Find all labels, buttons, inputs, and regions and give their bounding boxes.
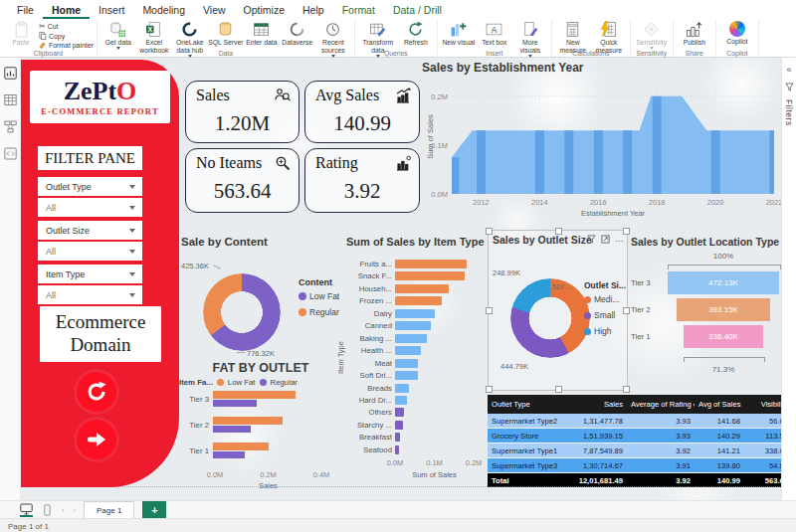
- area-data-band[interactable]: [535, 130, 544, 194]
- prev-page-arrow[interactable]: ‹: [62, 501, 65, 519]
- bar-tier-3-regular[interactable]: [213, 400, 257, 408]
- area-data-band[interactable]: [623, 130, 632, 194]
- focus-mode-icon[interactable]: [601, 235, 610, 244]
- kpi-card-no-items[interactable]: No Iteams 563.64: [185, 148, 299, 213]
- bar-seafood[interactable]: [395, 445, 399, 454]
- chart-sales-by-outlet-size[interactable]: Sales by Outlet Size … 248.99K 507... 44…: [488, 230, 628, 391]
- legend-item[interactable]: Small: [584, 310, 626, 320]
- outlet-type-dropdown[interactable]: All: [38, 198, 142, 217]
- model-view-icon[interactable]: [4, 120, 17, 133]
- bar-tier-1-regular[interactable]: [213, 451, 245, 459]
- bar-tier-1-low-fat[interactable]: [213, 443, 269, 450]
- table-row[interactable]: Supermarket Type17,87,549.893.92141.2133…: [488, 443, 792, 458]
- more-options-icon[interactable]: …: [615, 234, 624, 244]
- bar-breakfast[interactable]: [395, 433, 400, 442]
- filter-icon[interactable]: [587, 235, 596, 244]
- dax-query-view-icon[interactable]: [4, 147, 17, 160]
- bar-health-[interactable]: [395, 346, 421, 355]
- add-page-button[interactable]: +: [142, 501, 166, 519]
- table-row[interactable]: Supermarket Type21,31,477.783.93141.6856…: [488, 414, 792, 429]
- selection-handle[interactable]: [623, 228, 630, 235]
- table-outlet-summary[interactable]: Outlet TypeSalesAverage of Rating▼Avg of…: [488, 395, 792, 488]
- cut-button[interactable]: ✂Cut: [39, 22, 94, 32]
- area-data-band[interactable]: [594, 130, 603, 194]
- legend-item[interactable]: High: [584, 326, 626, 336]
- next-page-button[interactable]: [77, 420, 116, 459]
- next-page-arrow[interactable]: ›: [73, 501, 76, 519]
- bar-soft-dri-[interactable]: [395, 371, 418, 380]
- area-data-band[interactable]: [564, 130, 573, 194]
- copy-button[interactable]: Copy: [39, 32, 94, 42]
- outlet-size-dropdown-label[interactable]: Outlet Size: [38, 221, 142, 240]
- funnel-bar-tier-1[interactable]: 336.40K: [684, 325, 763, 348]
- data-view-icon[interactable]: [4, 93, 17, 106]
- menu-tab-help[interactable]: Help: [294, 2, 333, 19]
- kpi-card-sales[interactable]: Sales 1.20M: [185, 81, 299, 143]
- bar-fruits-a-[interactable]: [395, 260, 467, 268]
- funnel-bar-tier-2[interactable]: 393.15K: [677, 298, 769, 321]
- menu-tab-modeling[interactable]: Modeling: [133, 2, 194, 19]
- sql-server-button[interactable]: SQL Server: [208, 20, 244, 47]
- bar-breads[interactable]: [395, 384, 409, 393]
- menu-tab-data-drill[interactable]: Data / Drill: [384, 2, 451, 19]
- sensitivity-button[interactable]: Sensitivity: [634, 20, 670, 50]
- chart-sale-by-content[interactable]: Sale by Content 425.36K 776.32K Content …: [181, 236, 344, 361]
- chart-sales-by-outlet-location-type[interactable]: Sales by Outlet Location Type 100% Tier …: [631, 236, 792, 387]
- column-header[interactable]: Sales: [563, 395, 627, 414]
- selection-handle[interactable]: [623, 307, 630, 314]
- donut-sale-by-content[interactable]: [203, 273, 281, 351]
- bar-others[interactable]: [395, 408, 404, 417]
- selection-handle[interactable]: [623, 386, 630, 393]
- reset-filters-button[interactable]: [77, 372, 116, 412]
- mobile-view-toggle[interactable]: [41, 504, 54, 516]
- filters-pane-collapsed[interactable]: « Filters: [781, 57, 796, 500]
- paste-button[interactable]: Paste: [3, 20, 39, 47]
- selection-handle[interactable]: [486, 307, 493, 314]
- new-visual-button[interactable]: New visual: [441, 20, 477, 47]
- outlet-size-dropdown[interactable]: All: [38, 242, 142, 261]
- area-plot[interactable]: [452, 87, 774, 194]
- bar-dairy[interactable]: [395, 309, 435, 318]
- item-type-dropdown-label[interactable]: Item Type: [38, 265, 142, 283]
- menu-tab-format[interactable]: Format: [333, 2, 384, 19]
- bar-frozen-[interactable]: [395, 296, 442, 305]
- column-header[interactable]: Outlet Type: [488, 395, 563, 414]
- menu-tab-home[interactable]: Home: [43, 2, 90, 19]
- report-view-icon[interactable]: [4, 67, 17, 80]
- item-type-dropdown[interactable]: All: [38, 285, 142, 304]
- area-data-band[interactable]: [770, 130, 775, 194]
- bar-snack-f-[interactable]: [395, 271, 465, 280]
- kpi-card-rating[interactable]: Rating 3.92: [304, 148, 420, 213]
- donut-sales-by-outlet-size[interactable]: [510, 278, 590, 358]
- selection-handle[interactable]: [486, 386, 493, 393]
- desktop-view-toggle[interactable]: [20, 503, 33, 517]
- bar-tier-3-low-fat[interactable]: [213, 391, 296, 399]
- expand-pane-icon[interactable]: «: [786, 65, 791, 75]
- selection-handle[interactable]: [555, 228, 562, 235]
- enter-data-button[interactable]: Enter data: [244, 20, 280, 47]
- funnel-bar-tier-3[interactable]: 472.13K: [668, 271, 779, 294]
- kpi-card-avg-sales[interactable]: Avg Sales 140.99: [304, 81, 420, 143]
- area-data-band[interactable]: [452, 157, 459, 194]
- area-series[interactable]: [452, 96, 774, 194]
- dataverse-button[interactable]: Dataverse: [280, 20, 315, 47]
- refresh-button[interactable]: Refresh: [398, 20, 434, 47]
- chart-sales-by-establishment-year[interactable]: Sales by Establishment Year Sum of Sales…: [422, 61, 784, 236]
- area-data-band[interactable]: [477, 130, 486, 194]
- menu-tab-view[interactable]: View: [194, 2, 235, 19]
- copilot-button[interactable]: Copilot: [719, 20, 755, 46]
- bar-baking-[interactable]: [395, 334, 427, 343]
- bar-starchy-[interactable]: [395, 421, 403, 430]
- selection-handle[interactable]: [555, 386, 562, 393]
- bar-tier-2-low-fat[interactable]: [213, 417, 283, 425]
- legend-item[interactable]: Medi...: [584, 294, 626, 304]
- chart-fat-by-outlet[interactable]: FAT BY OUTLET Item Fa... Low Fat Regular…: [179, 361, 342, 488]
- selection-handle[interactable]: [486, 228, 493, 235]
- bar-tier-2-regular[interactable]: [213, 426, 251, 434]
- publish-button[interactable]: Publish: [677, 20, 712, 47]
- menu-tab-optimize[interactable]: Optimize: [235, 2, 294, 19]
- bar-canned[interactable]: [395, 321, 431, 330]
- chart-sum-of-sales-by-item-type[interactable]: Sum of Sales by Item Type Fruits a...Sna…: [346, 236, 486, 492]
- outlet-type-dropdown-label[interactable]: Outlet Type: [38, 177, 142, 196]
- text-box-button[interactable]: A Text box: [477, 20, 512, 47]
